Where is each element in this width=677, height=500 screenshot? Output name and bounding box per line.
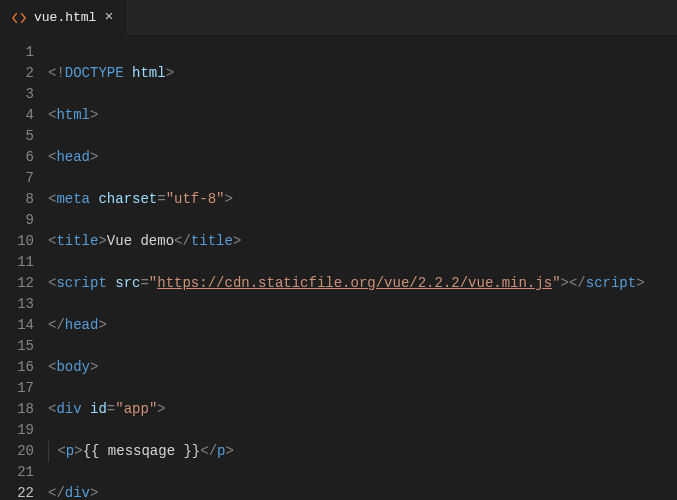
line-number: 10 <box>0 231 34 252</box>
line-number: 5 <box>0 126 34 147</box>
code-line: <div id="app"> <box>48 399 677 420</box>
tag: title <box>56 233 98 249</box>
code-line: <title>Vue demo</title> <box>48 231 677 252</box>
tag: head <box>56 149 90 165</box>
code-line: <body> <box>48 357 677 378</box>
punct: > <box>233 233 241 249</box>
punct: </ <box>48 317 65 333</box>
quote: " <box>149 275 157 291</box>
punct: = <box>157 191 165 207</box>
tag: script <box>586 275 636 291</box>
code-line: <head> <box>48 147 677 168</box>
tag: div <box>56 401 81 417</box>
code-line: <meta charset="utf-8"> <box>48 189 677 210</box>
code-file-icon <box>12 11 26 25</box>
code-line: <!DOCTYPE html> <box>48 63 677 84</box>
punct: > <box>90 149 98 165</box>
code-area[interactable]: <!DOCTYPE html> <html> <head> <meta char… <box>48 42 677 500</box>
line-number: 13 <box>0 294 34 315</box>
punct: > <box>90 107 98 123</box>
tag: div <box>65 485 90 500</box>
punct: </ <box>200 443 217 459</box>
line-number: 16 <box>0 357 34 378</box>
punct: > <box>74 443 82 459</box>
line-number: 15 <box>0 336 34 357</box>
code-line: </head> <box>48 315 677 336</box>
line-number: 18 <box>0 399 34 420</box>
punct: > <box>561 275 569 291</box>
tab-vue-html[interactable]: vue.html × <box>0 0 126 35</box>
line-number: 22 <box>0 483 34 500</box>
doctype: DOCTYPE <box>65 65 124 81</box>
string: app <box>124 401 149 417</box>
indent-guide <box>48 441 49 462</box>
text: {{ messqage }} <box>83 443 201 459</box>
tag: head <box>65 317 99 333</box>
punct: > <box>225 443 233 459</box>
tag: script <box>56 275 106 291</box>
code-line: <html> <box>48 105 677 126</box>
punct: > <box>98 233 106 249</box>
tag: p <box>66 443 74 459</box>
punct: > <box>166 65 174 81</box>
punct: </ <box>48 485 65 500</box>
tag: body <box>56 359 90 375</box>
attr: charset <box>98 191 157 207</box>
line-number: 1 <box>0 42 34 63</box>
tab-filename: vue.html <box>34 10 96 25</box>
tag: html <box>56 107 90 123</box>
punct: </ <box>569 275 586 291</box>
punct: > <box>98 317 106 333</box>
quote: " <box>552 275 560 291</box>
line-number: 9 <box>0 210 34 231</box>
line-number: 7 <box>0 168 34 189</box>
line-number: 3 <box>0 84 34 105</box>
line-number: 12 <box>0 273 34 294</box>
line-number: 6 <box>0 147 34 168</box>
quote: " <box>166 191 174 207</box>
tag: meta <box>56 191 90 207</box>
line-number: 14 <box>0 315 34 336</box>
code-line: <p>{{ messqage }}</p> <box>48 441 677 462</box>
quote: " <box>115 401 123 417</box>
line-number: 21 <box>0 462 34 483</box>
punct: > <box>90 485 98 500</box>
attr: id <box>90 401 107 417</box>
punct: > <box>224 191 232 207</box>
punct: < <box>57 443 65 459</box>
code-line: </div> <box>48 483 677 500</box>
code-editor[interactable]: 1 2 3 4 5 6 7 8 9 10 11 12 13 14 15 16 1… <box>0 36 677 500</box>
space <box>82 401 90 417</box>
attr: src <box>115 275 140 291</box>
space <box>124 65 132 81</box>
tag: title <box>191 233 233 249</box>
string: utf-8 <box>174 191 216 207</box>
line-number-gutter: 1 2 3 4 5 6 7 8 9 10 11 12 13 14 15 16 1… <box>0 42 48 500</box>
line-number: 19 <box>0 420 34 441</box>
punct: = <box>140 275 148 291</box>
punct: > <box>636 275 644 291</box>
punct: > <box>157 401 165 417</box>
punct: = <box>107 401 115 417</box>
text: Vue demo <box>107 233 174 249</box>
punct: </ <box>174 233 191 249</box>
line-number: 20 <box>0 441 34 462</box>
close-icon[interactable]: × <box>104 10 113 25</box>
line-number: 2 <box>0 63 34 84</box>
url-string: https://cdn.staticfile.org/vue/2.2.2/vue… <box>157 275 552 291</box>
punct: <! <box>48 65 65 81</box>
space <box>107 275 115 291</box>
attr: html <box>132 65 166 81</box>
line-number: 8 <box>0 189 34 210</box>
line-number: 11 <box>0 252 34 273</box>
line-number: 17 <box>0 378 34 399</box>
tab-bar: vue.html × <box>0 0 677 36</box>
code-line: <script src="https://cdn.staticfile.org/… <box>48 273 677 294</box>
punct: > <box>90 359 98 375</box>
line-number: 4 <box>0 105 34 126</box>
